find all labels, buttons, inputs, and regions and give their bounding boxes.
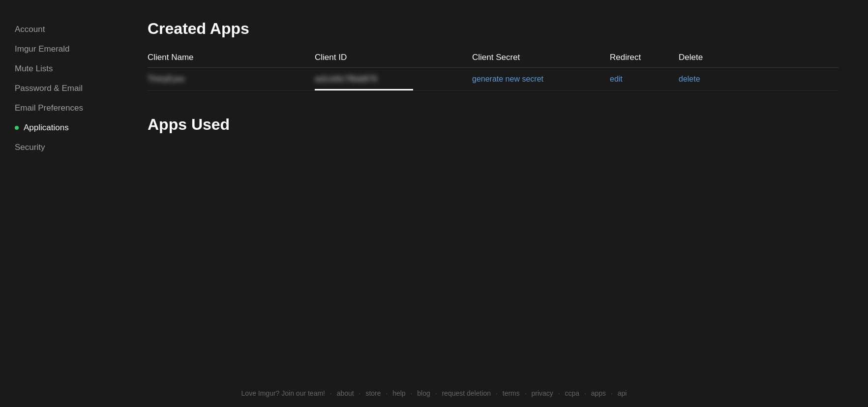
edit-redirect-link[interactable]: edit xyxy=(610,75,623,83)
table-header: Client Name Client ID Client Secret Redi… xyxy=(148,53,838,68)
header-client-name: Client Name xyxy=(148,53,315,62)
sidebar-label-imgur-emerald: Imgur Emerald xyxy=(15,44,69,54)
sidebar-item-applications[interactable]: Applications xyxy=(15,118,118,138)
sidebar-label-account: Account xyxy=(15,25,45,34)
cell-client-secret: generate new secret xyxy=(472,75,610,84)
header-client-id: Client ID xyxy=(315,53,472,62)
sidebar-item-account[interactable]: Account xyxy=(15,20,118,39)
sidebar: AccountImgur EmeraldMute ListsPassword &… xyxy=(0,0,118,407)
sidebar-item-password-email[interactable]: Password & Email xyxy=(15,79,118,98)
sidebar-label-security: Security xyxy=(15,143,45,152)
footer: Love Imgur? Join our team! · about · sto… xyxy=(0,379,868,407)
delete-app-link[interactable]: delete xyxy=(679,75,700,83)
footer-link-request-deletion[interactable]: request deletion xyxy=(442,389,491,397)
apps-used-title: Apps Used xyxy=(148,116,838,134)
footer-link-api[interactable]: api xyxy=(618,389,627,397)
generate-new-secret-link[interactable]: generate new secret xyxy=(472,75,543,83)
footer-separator-0: · xyxy=(330,389,332,397)
created-apps-table: Client Name Client ID Client Secret Redi… xyxy=(148,53,838,91)
sidebar-label-email-preferences: Email Preferences xyxy=(15,103,83,113)
main-content: Created Apps Client Name Client ID Clien… xyxy=(118,0,868,407)
cell-redirect: edit xyxy=(610,75,679,84)
client-id-value: ad1cb9c7f6dd876 xyxy=(315,75,377,83)
footer-link-terms[interactable]: terms xyxy=(503,389,520,397)
footer-link-privacy[interactable]: privacy xyxy=(531,389,553,397)
footer-link-store[interactable]: store xyxy=(365,389,381,397)
cell-client-id: ad1cb9c7f6dd876 xyxy=(315,75,472,84)
sidebar-item-security[interactable]: Security xyxy=(15,138,118,157)
footer-link-about[interactable]: about xyxy=(337,389,354,397)
sidebar-item-mute-lists[interactable]: Mute Lists xyxy=(15,59,118,79)
header-delete: Delete xyxy=(679,53,728,62)
sidebar-label-mute-lists: Mute Lists xyxy=(15,64,53,74)
sidebar-item-email-preferences[interactable]: Email Preferences xyxy=(15,98,118,118)
sidebar-item-imgur-emerald[interactable]: Imgur Emerald xyxy=(15,39,118,59)
footer-link-blog[interactable]: blog xyxy=(417,389,430,397)
active-dot-applications xyxy=(15,126,19,130)
sidebar-label-password-email: Password & Email xyxy=(15,84,83,93)
client-name-value: ThirtyEyes xyxy=(148,75,185,83)
footer-love-text: Love Imgur? Join our team! xyxy=(241,389,325,397)
cell-client-name: ThirtyEyes xyxy=(148,75,315,84)
footer-link-help[interactable]: help xyxy=(392,389,405,397)
header-redirect: Redirect xyxy=(610,53,679,62)
cell-delete: delete xyxy=(679,75,728,84)
header-client-secret: Client Secret xyxy=(472,53,610,62)
footer-link-apps[interactable]: apps xyxy=(591,389,606,397)
footer-link-ccpa[interactable]: ccpa xyxy=(565,389,579,397)
sidebar-label-applications: Applications xyxy=(24,123,69,133)
page-title: Created Apps xyxy=(148,20,838,38)
table-row: ThirtyEyes ad1cb9c7f6dd876 generate new … xyxy=(148,68,838,91)
